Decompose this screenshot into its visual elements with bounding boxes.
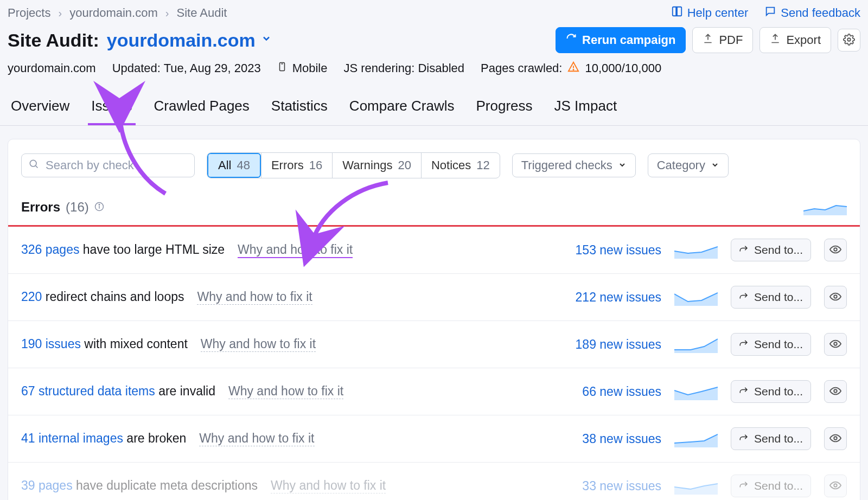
filter-all-label: All — [218, 158, 231, 172]
issue-text: with mixed content — [84, 337, 187, 351]
filter-all[interactable]: All 48 — [207, 153, 261, 178]
issue-type-filter: All 48 Errors 16 Warnings 20 Notices 12 — [207, 152, 500, 178]
meta-row: yourdomain.com Updated: Tue, Aug 29, 202… — [0, 57, 868, 89]
eye-icon — [829, 291, 841, 304]
chevron-down-icon — [261, 33, 272, 47]
chevron-right-icon: › — [165, 7, 169, 20]
hide-button[interactable] — [824, 380, 847, 403]
issue-count-link[interactable]: 220 — [21, 290, 42, 304]
settings-button[interactable] — [838, 29, 860, 52]
issue-count-link[interactable]: 67 structured data items — [21, 384, 155, 398]
send-to-button[interactable]: Send to... — [731, 475, 811, 497]
new-issues-link[interactable]: 66 new issues — [558, 384, 661, 399]
breadcrumb-domain[interactable]: yourdomain.com — [69, 6, 158, 20]
meta-device: Mobile — [277, 61, 328, 76]
section-sparkline — [803, 199, 847, 215]
why-and-how-link[interactable]: Why and how to fix it — [197, 290, 312, 305]
new-issues-link[interactable]: 189 new issues — [558, 337, 661, 352]
svg-point-5 — [30, 160, 36, 166]
triggered-checks-dropdown[interactable]: Triggered checks — [512, 153, 636, 177]
why-and-how-link[interactable]: Why and how to fix it — [201, 337, 316, 352]
send-to-button[interactable]: Send to... — [731, 333, 811, 356]
send-to-button[interactable]: Send to... — [731, 286, 811, 309]
pdf-button[interactable]: PDF — [692, 27, 753, 53]
share-icon — [739, 338, 749, 351]
category-dropdown[interactable]: Category — [648, 153, 729, 177]
svg-point-12 — [834, 342, 837, 345]
warning-icon — [567, 61, 579, 76]
send-to-label: Send to... — [754, 338, 803, 351]
issue-text: are broken — [126, 431, 186, 445]
upload-icon — [703, 33, 713, 47]
issue-count-link[interactable]: 39 pages — [21, 478, 73, 492]
filter-notices-label: Notices — [431, 158, 471, 172]
tab-compare-crawls[interactable]: Compare Crawls — [346, 89, 458, 125]
tab-crawled-pages[interactable]: Crawled Pages — [151, 89, 253, 125]
eye-icon — [829, 385, 841, 399]
issue-text: redirect chains and loops — [46, 290, 184, 304]
send-feedback-link[interactable]: Send feedback — [764, 5, 860, 21]
why-and-how-link[interactable]: Why and how to fix it — [199, 431, 314, 446]
issue-count-link[interactable]: 326 pages — [21, 242, 79, 257]
hide-button[interactable] — [824, 427, 847, 450]
pdf-label: PDF — [719, 33, 743, 47]
issue-row: 67 structured data items are invalid Why… — [8, 368, 860, 415]
tab-overview[interactable]: Overview — [8, 89, 73, 125]
new-issues-link[interactable]: 38 new issues — [558, 432, 661, 446]
help-center-label: Help center — [687, 6, 749, 20]
send-to-button[interactable]: Send to... — [731, 380, 811, 403]
rerun-label: Rerun campaign — [582, 33, 675, 47]
filter-errors[interactable]: Errors 16 — [261, 153, 332, 178]
svg-point-15 — [834, 484, 837, 487]
tab-js-impact[interactable]: JS Impact — [551, 89, 621, 125]
why-and-how-link[interactable]: Why and how to fix it — [228, 384, 343, 399]
domain-dropdown[interactable]: yourdomain.com — [107, 30, 272, 51]
tab-statistics[interactable]: Statistics — [268, 89, 331, 125]
export-label: Export — [786, 33, 821, 47]
issue-count-link[interactable]: 190 issues — [21, 337, 81, 351]
eye-icon — [829, 338, 841, 351]
search-input[interactable] — [46, 158, 188, 172]
filter-all-count: 48 — [237, 158, 250, 172]
svg-point-0 — [847, 38, 851, 41]
meta-domain: yourdomain.com — [8, 61, 96, 75]
send-to-button[interactable]: Send to... — [731, 239, 811, 261]
info-icon[interactable] — [94, 200, 104, 215]
meta-crawled-label: Pages crawled: — [481, 61, 562, 75]
filter-warnings-count: 20 — [398, 158, 411, 172]
breadcrumb-projects[interactable]: Projects — [8, 6, 50, 20]
breadcrumb-site-audit[interactable]: Site Audit — [176, 6, 227, 20]
hide-button[interactable] — [824, 239, 847, 261]
why-and-how-link[interactable]: Why and how to fix it — [238, 242, 353, 258]
filter-notices[interactable]: Notices 12 — [421, 153, 500, 178]
filter-errors-label: Errors — [271, 158, 304, 172]
search-icon — [28, 158, 39, 172]
issue-row: 39 pages have duplicate meta description… — [8, 463, 860, 500]
export-button[interactable]: Export — [760, 27, 831, 53]
gear-icon — [843, 34, 855, 47]
meta-js-rendering: JS rendering: Disabled — [343, 61, 464, 75]
hide-button[interactable] — [824, 475, 847, 497]
help-center-link[interactable]: Help center — [671, 5, 749, 21]
new-issues-link[interactable]: 212 new issues — [558, 290, 661, 305]
row-sparkline — [674, 241, 718, 259]
filter-warnings[interactable]: Warnings 20 — [332, 153, 421, 178]
why-and-how-link[interactable]: Why and how to fix it — [271, 478, 386, 493]
issue-count-link[interactable]: 41 internal images — [21, 431, 123, 445]
eye-icon — [829, 432, 841, 446]
tabs: Overview Issues Crawled Pages Statistics… — [0, 89, 868, 126]
new-issues-link[interactable]: 33 new issues — [558, 479, 661, 493]
hide-button[interactable] — [824, 286, 847, 309]
issue-row: 41 internal images are broken Why and ho… — [8, 415, 860, 463]
send-to-button[interactable]: Send to... — [731, 427, 811, 450]
row-sparkline — [674, 336, 718, 353]
filter-warnings-label: Warnings — [342, 158, 392, 172]
page-title: Site Audit: — [8, 30, 99, 51]
tab-progress[interactable]: Progress — [473, 89, 535, 125]
tab-issues[interactable]: Issues — [88, 89, 135, 125]
svg-point-9 — [99, 204, 100, 206]
new-issues-link[interactable]: 153 new issues — [558, 243, 661, 258]
search-input-wrapper[interactable] — [21, 153, 195, 177]
rerun-campaign-button[interactable]: Rerun campaign — [556, 27, 686, 53]
hide-button[interactable] — [824, 333, 847, 356]
